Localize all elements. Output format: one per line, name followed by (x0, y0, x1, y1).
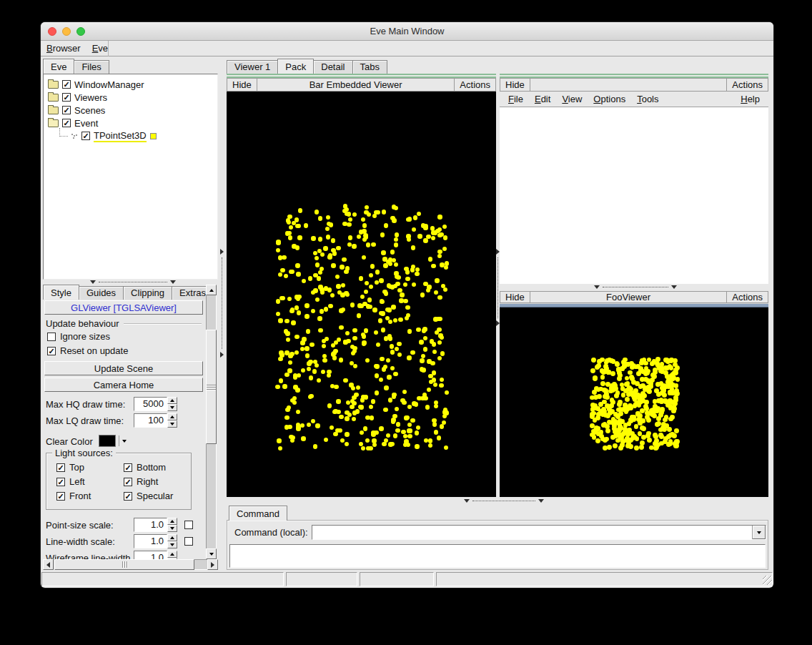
resize-grip[interactable] (763, 576, 772, 585)
hide-button[interactable]: Hide (500, 292, 530, 302)
spin-down-icon[interactable] (167, 541, 177, 548)
scroll-left-icon[interactable] (43, 559, 54, 570)
combo-dropdown-icon[interactable] (752, 526, 766, 539)
max-hq-entry[interactable]: 5000 (134, 397, 167, 411)
scatter-point (443, 408, 447, 412)
tab-detail[interactable]: Detail (313, 60, 352, 74)
tree-item-viewers[interactable]: Viewers (44, 91, 217, 104)
scatter-point (376, 210, 380, 215)
tab-tabs[interactable]: Tabs (352, 60, 387, 74)
pack-command-splitter[interactable] (227, 497, 768, 506)
menu-eve[interactable]: Eve (86, 41, 114, 55)
hide-button[interactable]: Hide (500, 79, 530, 91)
scatter-point (353, 364, 357, 368)
foo-gl-viewport[interactable] (500, 307, 768, 497)
style-vertical-scrollbar[interactable] (206, 285, 217, 559)
spin-down-icon[interactable] (167, 420, 177, 428)
tree-checkbox-scenes[interactable] (62, 106, 71, 114)
spin-down-icon[interactable] (167, 525, 177, 532)
close-window-icon[interactable] (48, 27, 56, 36)
hide-button[interactable]: Hide (227, 79, 257, 91)
left-pack-splitter[interactable] (219, 74, 225, 570)
actions-button[interactable]: Actions (726, 79, 768, 91)
point-size-entry[interactable]: 1.0 (134, 518, 167, 532)
color-dropdown-icon[interactable] (119, 435, 129, 446)
tree-checkbox-windowmanager[interactable] (62, 80, 71, 89)
scatter-point (650, 412, 655, 417)
point-size-spinner[interactable] (167, 518, 177, 532)
actions-button[interactable]: Actions (454, 79, 495, 91)
light-left-checkbox[interactable] (56, 478, 65, 486)
tree-item-scenes[interactable]: Scenes (44, 104, 217, 117)
color-marker-icon[interactable] (150, 133, 157, 139)
ignore-sizes-checkbox[interactable] (47, 333, 56, 341)
scrollbar-thumb[interactable] (54, 559, 194, 570)
line-width-spinner[interactable] (167, 534, 177, 548)
scatter-point (639, 360, 644, 365)
style-horizontal-scrollbar[interactable] (43, 559, 218, 570)
command-output-area[interactable] (229, 544, 766, 568)
command-input[interactable] (312, 526, 752, 539)
scroll-up-icon[interactable] (206, 285, 217, 295)
spin-up-icon[interactable] (167, 397, 177, 404)
spin-up-icon[interactable] (167, 534, 177, 541)
tab-viewer1[interactable]: Viewer 1 (227, 60, 278, 74)
scatter-point (308, 276, 312, 280)
scrollbar-thumb[interactable] (206, 330, 217, 444)
light-right-checkbox[interactable] (124, 478, 132, 486)
menu-browser[interactable]: Browser (41, 41, 86, 55)
scatter-point (663, 418, 668, 423)
tab-guides[interactable]: Guides (79, 286, 124, 300)
spin-up-icon[interactable] (167, 413, 177, 420)
max-hq-spinner[interactable] (167, 397, 177, 411)
tree-style-splitter[interactable] (43, 280, 218, 285)
wireframe-spinner[interactable] (167, 551, 177, 559)
tab-clipping[interactable]: Clipping (123, 286, 172, 300)
zoom-window-icon[interactable] (76, 27, 85, 36)
menu-help[interactable]: Help (735, 92, 766, 106)
tree-checkbox-viewers[interactable] (62, 93, 71, 102)
command-combobox[interactable] (312, 525, 766, 540)
light-specular-checkbox[interactable] (124, 492, 132, 501)
max-lq-spinner[interactable] (167, 413, 177, 428)
reset-on-update-checkbox[interactable] (47, 347, 56, 355)
foo-splitter[interactable] (500, 284, 768, 291)
max-lq-entry[interactable]: 100 (134, 413, 167, 428)
light-bottom-checkbox[interactable] (124, 463, 132, 472)
menu-options[interactable]: Options (588, 92, 631, 106)
line-width-checkbox[interactable] (184, 537, 193, 546)
tree-item-windowmanager[interactable]: WindowManager (44, 78, 217, 91)
menu-edit[interactable]: Edit (529, 92, 556, 106)
tab-eve[interactable]: Eve (43, 59, 74, 74)
point-size-checkbox[interactable] (184, 521, 193, 529)
line-width-entry[interactable]: 1.0 (134, 534, 167, 548)
tab-command[interactable]: Command (229, 506, 287, 521)
menu-file[interactable]: File (502, 92, 529, 106)
tree-item-tpointset3d[interactable]: TPointSet3D (44, 129, 217, 142)
spin-up-icon[interactable] (167, 518, 177, 525)
actions-button[interactable]: Actions (726, 292, 768, 302)
scroll-right-icon[interactable] (207, 559, 218, 570)
menu-view[interactable]: View (556, 92, 588, 106)
minimize-window-icon[interactable] (62, 27, 71, 36)
camera-home-button[interactable]: Camera Home (44, 378, 203, 392)
tree-checkbox-tpointset3d[interactable] (81, 132, 90, 140)
tree-item-event[interactable]: Event (44, 117, 217, 129)
light-front-checkbox[interactable] (56, 492, 65, 501)
scatter-point (300, 423, 304, 428)
bar-gl-viewport[interactable] (227, 92, 496, 497)
tab-style[interactable]: Style (43, 285, 79, 300)
tree-checkbox-event[interactable] (62, 119, 71, 127)
scatter-point (379, 426, 383, 430)
scroll-down-icon[interactable] (206, 548, 217, 559)
tab-pack[interactable]: Pack (277, 59, 314, 74)
menu-tools[interactable]: Tools (631, 92, 664, 106)
wireframe-entry[interactable]: 1.0 (134, 551, 167, 559)
light-top-checkbox[interactable] (56, 463, 65, 472)
update-scene-button[interactable]: Update Scene (44, 361, 203, 375)
spin-up-icon[interactable] (167, 551, 177, 558)
browser-content-area[interactable] (500, 107, 768, 284)
spin-down-icon[interactable] (167, 404, 177, 411)
tab-files[interactable]: Files (74, 60, 109, 74)
clear-color-swatch[interactable] (99, 435, 116, 447)
